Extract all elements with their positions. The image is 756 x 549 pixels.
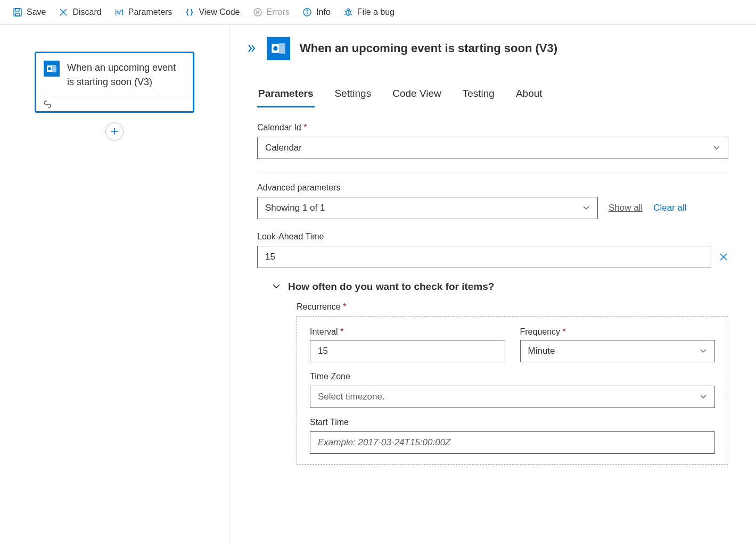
look-ahead-value: 15 xyxy=(265,252,275,262)
field-calendar-id: Calendar Id * Calendar xyxy=(257,123,728,159)
timezone-label: Time Zone xyxy=(310,372,715,381)
details-panel: When an upcoming event is starting soon … xyxy=(229,25,756,544)
trigger-card-body: When an upcoming event is starting soon … xyxy=(36,53,193,97)
interval-value: 15 xyxy=(318,346,328,356)
look-ahead-input[interactable]: 15 xyxy=(257,246,711,268)
parameters-form: Calendar Id * Calendar Advanced paramete… xyxy=(229,108,756,480)
trigger-card-title: When an upcoming event is starting soon … xyxy=(67,61,185,89)
info-button[interactable]: Info xyxy=(298,4,335,20)
errors-button: Errors xyxy=(249,4,294,20)
chevron-down-icon xyxy=(582,205,590,211)
check-frequency-title: How often do you want to check for items… xyxy=(288,281,494,293)
trigger-card[interactable]: When an upcoming event is starting soon … xyxy=(35,52,194,113)
start-time-input[interactable]: Example: 2017-03-24T15:00:00Z xyxy=(310,431,715,454)
panel-header: When an upcoming event is starting soon … xyxy=(229,25,756,65)
advanced-parameters-select[interactable]: Showing 1 of 1 xyxy=(257,197,598,219)
toolbar: Save Discard Parameters View Code Errors… xyxy=(0,0,756,25)
svg-point-5 xyxy=(117,11,119,13)
svg-line-15 xyxy=(350,11,352,12)
advanced-parameters-label: Advanced parameters xyxy=(257,183,728,193)
chevron-down-icon xyxy=(272,284,281,290)
panel-title: When an upcoming event is starting soon … xyxy=(300,41,557,55)
save-icon xyxy=(13,7,22,17)
check-frequency-section-header[interactable]: How often do you want to check for items… xyxy=(272,281,728,293)
bug-icon xyxy=(343,7,353,17)
view-code-button[interactable]: View Code xyxy=(180,4,244,20)
calendar-id-select[interactable]: Calendar xyxy=(257,137,728,159)
interval-label: Interval * xyxy=(310,327,505,337)
field-advanced-parameters: Advanced parameters Showing 1 of 1 Show … xyxy=(257,183,728,219)
save-button[interactable]: Save xyxy=(9,4,50,20)
discard-label: Discard xyxy=(72,7,101,17)
interval-input[interactable]: 15 xyxy=(310,340,505,362)
parameters-button[interactable]: Parameters xyxy=(110,4,177,20)
svg-rect-2 xyxy=(15,13,20,16)
svg-rect-1 xyxy=(15,9,19,11)
chevron-down-icon xyxy=(700,348,707,354)
info-icon xyxy=(302,7,312,17)
start-time-label: Start Time xyxy=(310,418,715,427)
frequency-label: Frequency * xyxy=(520,327,716,337)
tab-testing[interactable]: Testing xyxy=(462,84,496,107)
tab-code-view[interactable]: Code View xyxy=(391,84,442,107)
view-code-label: View Code xyxy=(199,7,240,17)
flow-canvas[interactable]: When an upcoming event is starting soon … xyxy=(0,25,229,544)
field-frequency: Frequency * Minute xyxy=(520,327,716,362)
svg-line-17 xyxy=(350,14,352,15)
timezone-select[interactable]: Select timezone. xyxy=(310,386,715,408)
clear-look-ahead-button[interactable] xyxy=(719,252,728,262)
field-timezone: Time Zone Select timezone. xyxy=(310,372,715,408)
info-label: Info xyxy=(316,7,331,17)
show-all-link[interactable]: Show all xyxy=(609,203,643,213)
timezone-placeholder: Select timezone. xyxy=(318,392,385,402)
file-bug-label: File a bug xyxy=(357,7,395,17)
chevron-down-icon xyxy=(700,394,707,400)
svg-rect-24 xyxy=(279,43,285,54)
look-ahead-label: Look-Ahead Time xyxy=(257,232,728,242)
panel-tabs: Parameters Settings Code View Testing Ab… xyxy=(229,65,756,108)
parameters-label: Parameters xyxy=(128,7,172,17)
trigger-card-footer xyxy=(36,97,193,111)
svg-rect-19 xyxy=(52,65,56,72)
recurrence-label: Recurrence * xyxy=(297,302,728,312)
svg-point-11 xyxy=(307,10,308,11)
collapse-panel-button[interactable] xyxy=(246,43,257,54)
field-start-time: Start Time Example: 2017-03-24T15:00:00Z xyxy=(310,418,715,454)
svg-rect-0 xyxy=(14,9,21,16)
svg-line-16 xyxy=(344,14,346,15)
field-interval: Interval * 15 xyxy=(310,327,505,362)
clear-all-link[interactable]: Clear all xyxy=(653,203,686,213)
tab-parameters[interactable]: Parameters xyxy=(257,84,315,107)
main-area: When an upcoming event is starting soon … xyxy=(0,25,756,544)
discard-icon xyxy=(59,7,68,17)
discard-button[interactable]: Discard xyxy=(54,4,105,20)
divider xyxy=(257,172,728,172)
frequency-value: Minute xyxy=(528,346,555,356)
calendar-id-label: Calendar Id * xyxy=(257,123,728,132)
frequency-select[interactable]: Minute xyxy=(520,340,716,362)
svg-point-20 xyxy=(48,67,51,70)
svg-point-25 xyxy=(273,46,277,51)
errors-icon xyxy=(253,7,262,17)
start-time-placeholder: Example: 2017-03-24T15:00:00Z xyxy=(318,437,451,448)
tab-about[interactable]: About xyxy=(515,84,544,107)
save-label: Save xyxy=(27,7,46,17)
file-bug-button[interactable]: File a bug xyxy=(339,4,399,20)
parameters-icon xyxy=(114,7,124,17)
field-look-ahead: Look-Ahead Time 15 xyxy=(257,232,728,268)
calendar-id-value: Calendar xyxy=(265,143,302,153)
connection-link-icon[interactable] xyxy=(43,101,186,108)
add-action-button[interactable] xyxy=(105,122,124,140)
recurrence-group: Interval * 15 Frequency * Minute xyxy=(297,316,728,465)
chevron-down-icon xyxy=(713,145,720,151)
svg-line-14 xyxy=(344,11,346,12)
outlook-connector-icon xyxy=(44,61,60,77)
panel-connector-icon xyxy=(267,37,290,60)
errors-label: Errors xyxy=(267,7,290,17)
tab-settings[interactable]: Settings xyxy=(334,84,373,107)
code-icon xyxy=(185,7,194,17)
advanced-summary: Showing 1 of 1 xyxy=(265,203,325,213)
